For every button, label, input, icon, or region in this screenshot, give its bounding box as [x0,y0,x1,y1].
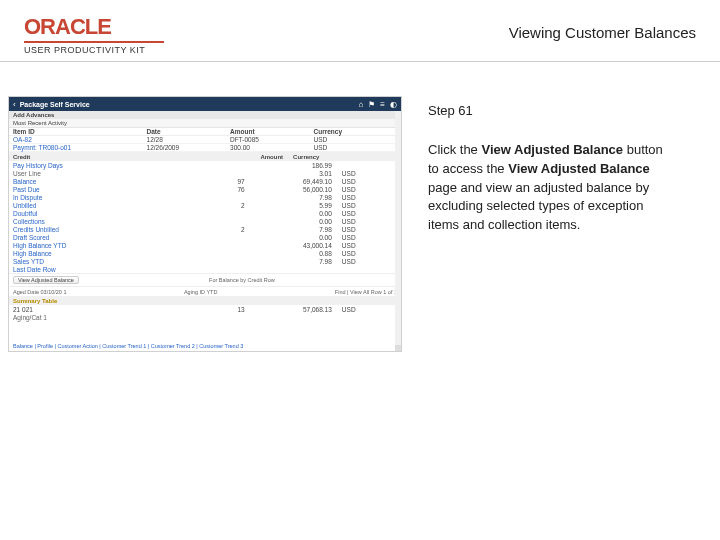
section-most-recent: Most Recent Activity [9,119,401,128]
list-item: Last Date Row [9,265,401,273]
list-item: Balance9769,449.10USD [9,177,401,185]
step-label: Step 61 [428,102,676,121]
table-header: Item ID Date Amount Currency [9,128,401,136]
list-item: Collections0.00USD [9,217,401,225]
table-row: Paymnt: TR080-o01 12/26/2009 300.00 USD [9,144,401,152]
brand-block: ORACLE USER PRODUCTIVITY KIT [24,14,164,55]
app-titlebar: ‹ Package Self Service ⌂ ⚑ ≡ ◐ [9,97,401,111]
notification-icon[interactable]: ◐ [390,100,397,109]
screenshot-panel: ‹ Package Self Service ⌂ ⚑ ≡ ◐ Add Advan… [0,62,410,352]
upk-label: USER PRODUCTIVITY KIT [24,45,164,55]
app-title: Package Self Service [20,101,90,108]
summary-header: Summary Table [9,296,401,305]
flag-icon[interactable]: ⚑ [368,100,375,109]
list-item: Doubtful0.00USD [9,209,401,217]
list-item: Aging/Cat 1 [9,313,401,321]
instruction-panel: Step 61 Click the View Adjusted Balance … [410,62,700,352]
content-area: ‹ Package Self Service ⌂ ⚑ ≡ ◐ Add Advan… [0,62,720,352]
for-balance-label: For Balance by Credit Row [83,277,401,283]
section-add-advances: Add Advances [9,111,401,119]
credit-header: Credit Amount Currency [9,152,401,161]
scrollbar[interactable] [395,111,401,351]
list-item: High Balance YTD43,000.14USD [9,241,401,249]
table-row: OA-82 12/28 DFT-0085 USD [9,136,401,144]
app-toolbar-icons: ⌂ ⚑ ≡ ◐ [358,100,397,109]
app-window: ‹ Package Self Service ⌂ ⚑ ≡ ◐ Add Advan… [8,96,402,352]
page-header: ORACLE USER PRODUCTIVITY KIT Viewing Cus… [0,0,720,62]
list-item: Draft Scored0.00USD [9,233,401,241]
list-item: Credits Unbilled27.98USD [9,225,401,233]
menu-icon[interactable]: ≡ [380,100,385,109]
summary-row: 21 021 13 57,068.13 USD [9,305,401,313]
instruction-text: Click the View Adjusted Balance button t… [428,141,676,235]
view-adjusted-balance-button[interactable]: View Adjusted Balance [13,276,79,284]
list-item: Sales YTD7.98USD [9,257,401,265]
logo-underline [24,41,164,43]
footer-links[interactable]: Balance | Profile | Customer Action | Cu… [9,341,401,351]
list-item: Unbilled25.99USD [9,201,401,209]
page-title: Viewing Customer Balances [509,14,696,41]
back-icon[interactable]: ‹ [13,100,16,109]
home-icon[interactable]: ⌂ [358,100,363,109]
list-item: In Dispute7.98USD [9,193,401,201]
list-item: High Balance0.88USD [9,249,401,257]
list-item: Past Due7656,000.10USD [9,185,401,193]
oracle-logo: ORACLE [24,14,164,40]
list-item: Pay History Days 186.99 [9,161,401,169]
list-item: User Line 3.01USD [9,169,401,177]
aged-row: Aged Date 03/10/20 1 Aging ID YTD Find |… [9,286,401,296]
